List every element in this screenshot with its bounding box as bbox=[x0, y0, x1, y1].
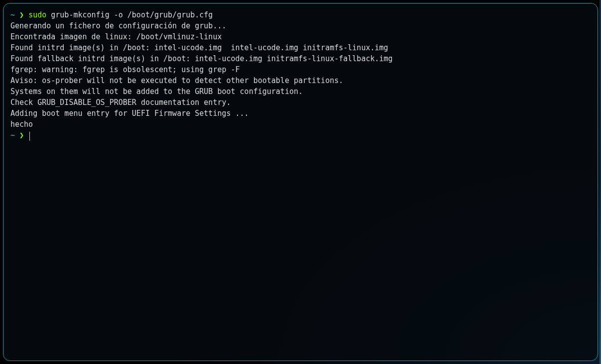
prompt-arrow-icon: ❯ bbox=[19, 131, 24, 140]
prompt-arrow-icon: ❯ bbox=[19, 10, 24, 19]
prompt-tilde: ~ bbox=[10, 10, 15, 19]
output-line: Found initrd image(s) in /boot: intel-uc… bbox=[10, 42, 591, 53]
command-line-2[interactable]: ~ ❯ bbox=[10, 130, 591, 141]
output-line: Adding boot menu entry for UEFI Firmware… bbox=[10, 108, 591, 119]
terminal-window[interactable]: ~ ❯ sudo grub-mkconfig -o /boot/grub/gru… bbox=[3, 3, 598, 361]
output-line: fgrep: warning: fgrep is obsolescent; us… bbox=[10, 64, 591, 75]
output-line: Generando un fichero de configuración de… bbox=[10, 20, 591, 31]
output-line: Encontrada imagen de linux: /boot/vmlinu… bbox=[10, 31, 591, 42]
terminal-cursor bbox=[29, 132, 30, 141]
output-line: Found fallback initrd image(s) in /boot:… bbox=[10, 53, 591, 64]
output-line: Systems on them will not be added to the… bbox=[10, 86, 591, 97]
prompt-tilde: ~ bbox=[10, 131, 15, 140]
output-line: Aviso: os-prober will not be executed to… bbox=[10, 75, 591, 86]
output-line: hecho bbox=[10, 119, 591, 130]
command-sudo: sudo bbox=[28, 10, 46, 19]
command-rest: grub-mkconfig -o /boot/grub/grub.cfg bbox=[46, 10, 213, 19]
output-line: Check GRUB_DISABLE_OS_PROBER documentati… bbox=[10, 97, 591, 108]
command-line-1: ~ ❯ sudo grub-mkconfig -o /boot/grub/gru… bbox=[10, 9, 591, 20]
